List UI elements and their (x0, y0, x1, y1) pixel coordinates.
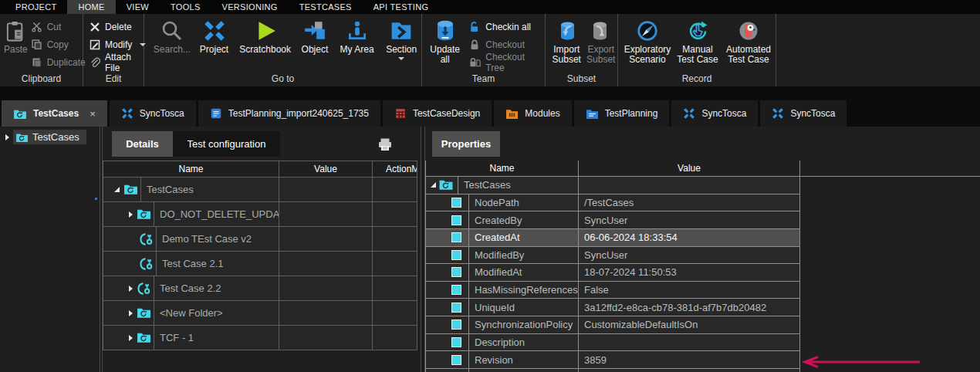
modules-folder-icon (505, 108, 519, 120)
automated-test-case-label: Automated Test Case (722, 45, 775, 65)
pencil-icon (90, 39, 100, 50)
attach-file-button[interactable]: Attach File (90, 55, 146, 69)
goto-project-button[interactable]: Project (195, 14, 234, 55)
testcases-folder-icon (13, 108, 27, 120)
cut-label: Cut (47, 22, 62, 32)
expander-icon[interactable] (129, 286, 133, 292)
import-subset-button[interactable]: Import Subset (550, 14, 583, 65)
expander-icon[interactable] (129, 310, 133, 316)
expander-icon[interactable] (129, 211, 133, 218)
menu-project[interactable]: PROJECT (5, 0, 67, 14)
my-area-button[interactable]: My Area (336, 14, 378, 55)
tab-testplanning[interactable]: TestPlanning (574, 100, 670, 127)
menu-tools[interactable]: TOOLS (160, 0, 211, 14)
row-label: Test Case 2.2 (154, 276, 279, 300)
exploratory-scenario-button[interactable]: Exploratory Scenario (622, 14, 673, 65)
property-row-createdby[interactable]: CreatedBy SyncUser (425, 211, 801, 229)
row-label: TestCases (140, 178, 279, 201)
table-row[interactable]: Test Case 2.2 (103, 276, 417, 301)
checkout-tree-button[interactable]: Checkout Tree (468, 55, 545, 69)
column-header-name[interactable]: Name (103, 161, 279, 178)
menu-view[interactable]: VIEW (116, 0, 160, 14)
row-label: TCF - 1 (154, 326, 279, 350)
tab-testcases[interactable]: TestCases × (2, 100, 107, 127)
menu-testcases[interactable]: TESTCASES (289, 0, 363, 14)
property-row-createdat[interactable]: CreatedAt 06-06-2024 18:33:54 (425, 229, 801, 247)
table-row[interactable]: Test Case 2.1 (103, 252, 417, 276)
cut-button[interactable]: Cut (31, 19, 86, 34)
tab-modules[interactable]: Modules (494, 100, 571, 127)
row-label: <New Folder> (154, 301, 279, 325)
search-button[interactable]: Search... (152, 14, 192, 55)
paste-button[interactable]: Paste (4, 14, 28, 55)
expander-icon[interactable] (129, 335, 133, 341)
tab-properties[interactable]: Properties (432, 131, 500, 157)
export-subset-button[interactable]: Export Subset (585, 14, 618, 65)
ribbon: Paste Cut Copy Duplicate (0, 14, 980, 92)
update-all-button[interactable]: Update all (427, 14, 463, 65)
tree-item-testcases[interactable]: TestCases (0, 129, 86, 145)
menu-versioning[interactable]: VERSIONING (211, 0, 289, 14)
property-row-uniqueid[interactable]: UniqueId 3a12ffd2-e8ca-cb78-381d-af7b7db… (425, 299, 801, 316)
database-import-icon (555, 17, 578, 45)
tab-details[interactable]: Details (112, 131, 173, 157)
action-cell (373, 178, 417, 202)
person-icon (346, 17, 369, 45)
expander-icon[interactable] (431, 182, 436, 188)
tab-test-configuration[interactable]: Test configuration (173, 131, 280, 157)
tab-testplanning-import[interactable]: TestPlanning_import240625_1735 (198, 100, 380, 127)
copy-button[interactable]: Copy (31, 37, 86, 52)
expander-icon[interactable] (114, 187, 120, 192)
property-value: SyncUser (579, 215, 627, 226)
checkin-all-button[interactable]: Checkin all (468, 19, 545, 34)
copy-icon (31, 39, 42, 50)
checkout-button[interactable]: Checkout (468, 37, 545, 52)
property-row-nodepath[interactable]: NodePath /TestCases (425, 194, 801, 212)
manual-test-case-button[interactable]: Manual Test Case (674, 14, 721, 65)
expander-icon[interactable] (5, 134, 9, 140)
automated-test-case-button[interactable]: Automated Test Case (722, 14, 775, 65)
object-arrow-icon (303, 17, 326, 45)
property-row-description[interactable]: Description (425, 334, 801, 352)
menu-api-testing[interactable]: API TESTING (363, 0, 440, 14)
goto-section-button[interactable]: Section (381, 14, 421, 60)
property-row-hasmissingreferences[interactable]: HasMissingReferences False (425, 282, 801, 299)
paperclip-icon (90, 57, 100, 68)
table-row[interactable]: TestCases (103, 178, 417, 202)
property-row-modifiedat[interactable]: ModifiedAt 18-07-2024 11:50:53 (425, 264, 801, 282)
ribbon-group-label: Clipboard (0, 73, 83, 86)
print-button[interactable] (377, 136, 394, 153)
property-row-modifiedby[interactable]: ModifiedBy SyncUser (425, 247, 801, 265)
property-row-synchronizationpolicy[interactable]: SynchronizationPolicy CustomizableDefaul… (425, 316, 801, 334)
table-row[interactable]: TCF - 1 (103, 326, 417, 350)
column-header-name[interactable]: Name (425, 161, 579, 176)
tab-testcasedesign[interactable]: TestCaseDesign (383, 100, 492, 127)
table-row[interactable]: <New Folder> (103, 301, 417, 326)
property-row-root[interactable]: TestCases (425, 177, 801, 194)
database-export-icon (590, 17, 613, 45)
tab-synctosca-3[interactable]: SyncTosca (760, 100, 847, 127)
unlock-icon (468, 21, 481, 33)
close-icon[interactable]: × (90, 108, 96, 120)
search-label: Search... (154, 45, 191, 55)
tab-synctosca-1[interactable]: SyncTosca (110, 100, 196, 127)
tosca-logo-icon (121, 107, 133, 120)
testcases-folder-icon (123, 183, 138, 196)
modify-button[interactable]: Modify (90, 37, 146, 52)
column-header-actionmode[interactable]: ActionMode (373, 161, 417, 178)
scratchbook-button[interactable]: Scratchbook (236, 14, 294, 55)
goto-object-button[interactable]: Object (297, 14, 333, 55)
property-square-icon (451, 285, 461, 295)
table-row[interactable]: DO_NOT_DELETE_UPDA... (103, 202, 417, 227)
table-row[interactable]: Demo TEst Case v2 (103, 227, 417, 252)
action-cell (373, 326, 417, 350)
tab-label: TestCases (33, 108, 79, 119)
property-row-revision[interactable]: Revision 3859 (425, 351, 801, 369)
column-header-value[interactable]: Value (279, 161, 373, 178)
tab-synctosca-2[interactable]: SyncTosca (671, 100, 758, 127)
action-cell (373, 202, 417, 227)
duplicate-button[interactable]: Duplicate (31, 55, 86, 69)
menu-home[interactable]: HOME (67, 0, 115, 14)
column-header-value[interactable]: Value (579, 161, 800, 176)
delete-button[interactable]: Delete (90, 19, 146, 34)
